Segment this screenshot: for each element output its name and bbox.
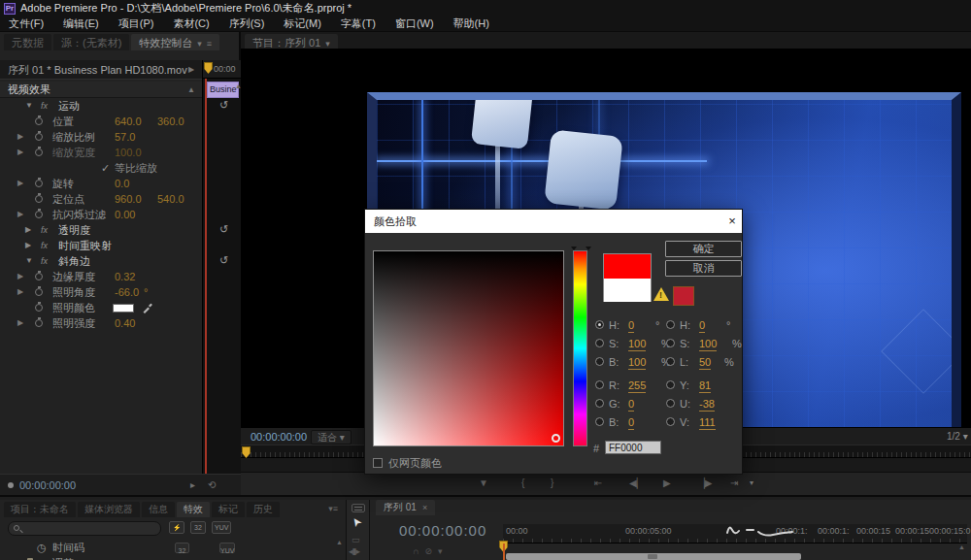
radio-v[interactable] [666,417,675,426]
field-value[interactable]: 0 [699,318,705,333]
param-value[interactable]: 960.0 [115,191,142,207]
32bit-filter-badge[interactable]: 32 [190,521,206,534]
program-timecode[interactable]: 00:00:00:00 [251,429,307,445]
radio-hsl-saturation[interactable] [666,339,675,347]
twirl-right-icon[interactable]: ▶ [17,269,23,284]
param-edge-thickness[interactable]: ▶ 边缘厚度 0.32 [0,269,202,284]
stopwatch-icon[interactable] [35,195,43,203]
twirl-right-icon[interactable]: ▶ [188,65,194,74]
radio-luma[interactable] [666,380,675,389]
effect-bin-adjust[interactable]: ▶ 调整 [0,556,334,560]
ripple-edit-tool-icon[interactable]: ▭ [352,535,360,544]
field-value[interactable]: 100 [628,337,646,351]
radio-u[interactable] [666,399,675,408]
scroll-up-icon[interactable]: ▲ [336,539,343,545]
saturation-brightness-field[interactable] [373,250,564,446]
param-position[interactable]: 位置 640.0 360.0 [0,114,202,129]
effect-group-opacity[interactable]: ▶ fx 透明度 ↺ [0,222,202,238]
tab-project[interactable]: 项目：未命名 [4,502,76,517]
twirl-right-icon[interactable]: ▶ [17,176,23,191]
hex-input[interactable] [605,441,661,454]
stopwatch-icon[interactable] [35,211,43,218]
menu-title[interactable]: 字幕(T) [341,16,376,31]
effect-controls-mini-timeline[interactable]: 00:00 Busine ▲ [202,60,241,493]
param-value[interactable]: 0.0 [115,176,129,191]
twirl-right-icon[interactable]: ▶ [17,129,23,145]
timeline-toggle-icons[interactable]: ∩⊘▾ [413,546,449,556]
twirl-right-icon[interactable]: ▶ [17,145,23,160]
hue-slider[interactable] [573,250,587,446]
twirl-right-icon[interactable]: ▶ [17,207,23,222]
zoom-level-dropdown[interactable]: 适合 ▾ [311,430,352,445]
param-light-color[interactable]: 照明颜色 [0,300,202,315]
param-uniform-scale[interactable]: ✓ 等比缩放 [0,160,202,176]
step-forward-button[interactable]: ▕▶ [697,476,712,491]
radio-hue[interactable] [595,320,604,329]
tab-sequence-01[interactable]: 序列 01× [376,500,435,515]
twirl-right-icon[interactable]: ▶ [14,556,19,560]
stopwatch-icon[interactable] [35,288,43,296]
menu-edit[interactable]: 编辑(E) [63,16,99,31]
tab-markers[interactable]: 标记 [212,502,245,517]
param-scale-width[interactable]: ▶ 缩放宽度 100.0 [0,145,202,160]
field-value[interactable]: -38 [699,397,715,412]
tab-effect-controls[interactable]: 特效控制台▾≡ [131,34,219,50]
field-value[interactable]: 100 [628,355,646,370]
field-value[interactable]: 0 [628,318,634,333]
twirl-down-icon[interactable]: ▼ [25,253,33,269]
go-to-in-button[interactable]: ⇤ [594,476,602,491]
effect-group-time-remapping[interactable]: ▶ fx 时间重映射 [0,238,202,253]
menu-help[interactable]: 帮助(H) [453,16,489,31]
timeline-timecode[interactable]: 00:00:00:00 [399,522,486,539]
flyout-menu-icon[interactable]: ▾ [750,476,753,491]
param-value2[interactable]: 360.0 [157,114,184,129]
mark-out-button[interactable]: } [551,476,553,491]
gamut-safe-swatch[interactable] [673,286,694,306]
radio-lightness[interactable] [666,357,675,366]
checkmark-icon[interactable]: ✓ [101,160,110,176]
param-value[interactable]: 0.40 [115,315,135,331]
twirl-down-icon[interactable]: ▼ [25,98,33,114]
work-area-handle[interactable] [648,554,657,559]
field-value[interactable]: 111 [699,415,716,430]
twirl-right-icon[interactable]: ▶ [17,284,23,300]
twirl-right-icon[interactable]: ▶ [25,238,31,253]
work-area-bar[interactable] [506,553,801,560]
cancel-button[interactable]: 取消 [665,260,742,277]
close-icon[interactable]: × [422,503,427,512]
radio-brightness[interactable] [595,357,604,366]
dropdown-icon[interactable]: ▾ [197,39,202,49]
field-value[interactable]: 81 [699,379,711,393]
param-rotation[interactable]: ▶ 旋转 0.0 [0,176,202,191]
field-value[interactable]: 100 [699,337,717,351]
reset-icon[interactable]: ↺ [219,252,228,268]
effect-group-motion[interactable]: ▼ fx 运动 ↺ [0,98,202,114]
radio-blue[interactable] [595,417,604,426]
param-value[interactable]: 57.0 [115,129,135,145]
param-value[interactable]: 640.0 [115,114,142,129]
stopwatch-icon[interactable] [35,319,43,327]
radio-red[interactable] [595,380,604,389]
track-select-tool-icon[interactable]: ◂▮▸ [349,546,359,556]
tab-effects[interactable]: 特效 [177,502,210,517]
add-marker-button[interactable]: ▼ [479,476,488,491]
effect-group-bevel-edges[interactable]: ▼ fx 斜角边 ↺ [0,253,202,269]
menu-project[interactable]: 项目(P) [118,16,154,31]
accelerated-effects-filter-icon[interactable]: ⚡ [169,521,184,534]
param-light-intensity[interactable]: ▶ 照明强度 0.40 [0,315,202,331]
yuv-filter-badge[interactable]: YUV [212,521,231,534]
radio-green[interactable] [595,399,604,408]
collapse-icon[interactable]: ▲ [187,82,195,98]
field-value[interactable]: 0 [628,397,634,412]
current-time-indicator[interactable] [503,544,505,560]
tab-metadata[interactable]: 元数据 [4,34,51,50]
menu-clip[interactable]: 素材(C) [173,16,209,31]
param-value[interactable]: 0.32 [115,269,135,284]
param-anti-flicker[interactable]: ▶ 抗闪烁过滤 0.00 [0,207,202,222]
param-light-angle[interactable]: ▶ 照明角度 -66.0 ° [0,284,202,300]
scroll-up-icon[interactable]: ▲ [958,544,965,550]
effect-item-timecode[interactable]: ◷ 时间码 32 YUV [0,541,334,555]
ok-button[interactable]: 确定 [665,241,742,257]
playback-resolution-dropdown[interactable]: 1/2 ▾ [947,430,968,443]
stopwatch-icon[interactable] [35,273,43,280]
